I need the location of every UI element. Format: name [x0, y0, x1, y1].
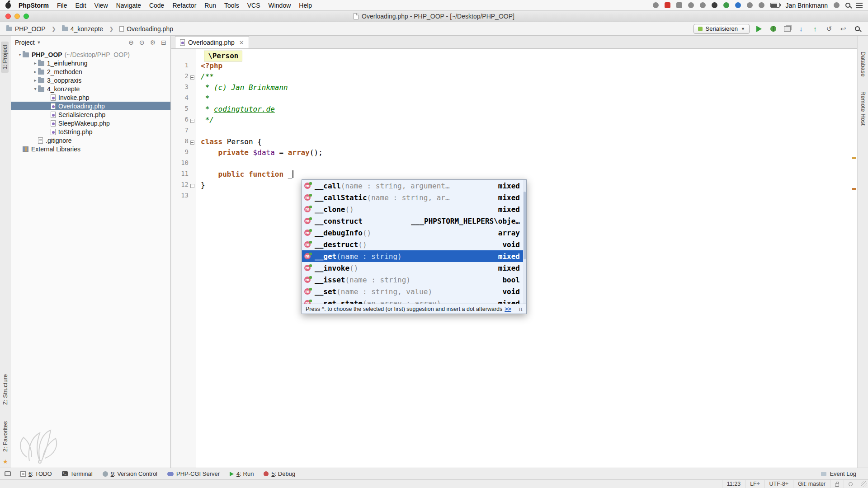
app-status-icon-3[interactable]: [712, 2, 717, 8]
toolwindow-switcher-icon[interactable]: [5, 471, 11, 476]
settings-gear-icon[interactable]: ⚙: [150, 39, 156, 46]
code-line[interactable]: *: [201, 94, 209, 105]
app-status-icon-1[interactable]: [688, 2, 694, 8]
bluetooth-icon[interactable]: [759, 2, 764, 8]
menu-tools[interactable]: Tools: [220, 2, 243, 9]
tree-item-php-oop[interactable]: ▾PHP_OOP(~/Desktop/PHP_OOP): [11, 50, 170, 59]
completion-item-destruct[interactable]: m__destruct()void: [302, 239, 526, 250]
close-tab-icon[interactable]: ✕: [239, 39, 244, 46]
completion-item-construct[interactable]: m__construct___PHPSTORM_HELPERS\obje…: [302, 215, 526, 227]
expand-arrow-icon[interactable]: ▾: [33, 86, 38, 91]
lock-widget[interactable]: [830, 480, 844, 488]
toolwindow-button-5-debug[interactable]: 5: Debug: [259, 468, 300, 479]
completion-item-invoke[interactable]: m__invoke()mixed: [302, 262, 526, 274]
menu-phpstorm[interactable]: PhpStorm: [14, 2, 53, 9]
app-status-icon-4[interactable]: [723, 2, 729, 8]
tree-item-external-libraries[interactable]: External Libraries: [11, 145, 170, 153]
tree-item-4-konzepte[interactable]: ▾4_konzepte: [11, 84, 170, 93]
breadcrumb-project[interactable]: PHP_OOP: [15, 25, 46, 33]
code-line[interactable]: * codingtutor.de: [201, 105, 275, 116]
completion-item-clone[interactable]: m__clone()mixed: [302, 203, 526, 215]
history-icon[interactable]: ↺: [825, 24, 834, 33]
menu-vcs[interactable]: VCS: [243, 2, 264, 9]
search-everywhere-icon[interactable]: [853, 24, 862, 33]
toolwindow-database-button[interactable]: Database: [860, 52, 867, 77]
menu-view[interactable]: View: [90, 2, 112, 9]
code-line[interactable]: }: [201, 181, 205, 192]
app-status-icon-5[interactable]: [735, 2, 741, 8]
battery-icon[interactable]: [770, 3, 780, 8]
tree-item-overloading-php[interactable]: Overloading.php: [11, 102, 170, 110]
code-line[interactable]: /**: [201, 72, 214, 83]
code-line[interactable]: */: [201, 116, 214, 127]
toolwindow-button-9-version-control[interactable]: 9: Version Control: [98, 468, 162, 479]
notification-icon[interactable]: [834, 2, 840, 8]
vcs-update-icon[interactable]: ↓: [797, 24, 806, 33]
tree-item-3-ooppraxis[interactable]: ▸3_ooppraxis: [11, 76, 170, 84]
fold-marker-icon[interactable]: [190, 119, 194, 123]
encoding-widget[interactable]: UTF-8÷: [764, 480, 793, 488]
undo-icon[interactable]: ↩: [839, 24, 848, 33]
maximize-window-button[interactable]: [24, 14, 29, 19]
toolwindow-button-4-run[interactable]: 4: Run: [225, 468, 259, 479]
hide-panel-icon[interactable]: ⊟: [161, 39, 166, 46]
popup-scrollbar[interactable]: [523, 180, 526, 304]
toolwindow-button-6-todo[interactable]: 6: TODO: [15, 468, 57, 479]
run-button[interactable]: [755, 24, 764, 33]
spotlight-search-icon[interactable]: [845, 3, 850, 8]
tree-item-2-methoden[interactable]: ▸2_methoden: [11, 67, 170, 76]
menu-refactor[interactable]: Refactor: [168, 2, 200, 9]
project-panel-title[interactable]: Project: [15, 39, 35, 46]
menu-code[interactable]: Code: [145, 2, 168, 9]
toolwindow-structure-button[interactable]: Z: Structure: [2, 374, 9, 405]
git-branch-widget[interactable]: Git: master: [793, 480, 830, 488]
tree-item--gitignore[interactable]: .gitignore: [11, 136, 170, 145]
apple-menu-icon[interactable]: [5, 2, 11, 9]
vcs-commit-icon[interactable]: ↑: [811, 24, 820, 33]
run-config-select[interactable]: Serialisieren ▼: [693, 24, 750, 34]
toolwindow-button-terminal[interactable]: Terminal: [57, 468, 98, 479]
app-status-icon-2[interactable]: [700, 2, 706, 8]
completion-item-debugInfo[interactable]: m__debugInfo()array: [302, 227, 526, 239]
screen-record-icon[interactable]: [665, 2, 670, 8]
menu-file[interactable]: File: [53, 2, 71, 9]
tree-item-tostring-php[interactable]: toString.php: [11, 127, 170, 136]
code-content[interactable]: <?php/** * (c) Jan Brinkmann * * codingt…: [196, 49, 857, 468]
completion-item-set[interactable]: m__set(name : string, value)void: [302, 286, 526, 297]
coverage-button[interactable]: [783, 24, 792, 33]
completion-item-isset[interactable]: m__isset(name : string)bool: [302, 274, 526, 286]
code-line[interactable]: <?php: [201, 61, 222, 72]
tree-item-1-einfuehrung[interactable]: ▸1_einfuehrung: [11, 59, 170, 67]
breadcrumb-file[interactable]: Overloading.php: [127, 25, 173, 33]
menu-edit[interactable]: Edit: [71, 2, 90, 9]
completion-item-call[interactable]: m__call(name : string, argument…mixed: [302, 180, 526, 192]
menu-run[interactable]: Run: [200, 2, 220, 9]
breadcrumb-folder[interactable]: 4_konzepte: [71, 25, 103, 33]
minimize-window-button[interactable]: [14, 14, 20, 19]
fold-marker-icon[interactable]: [190, 75, 194, 80]
completion-item-setstate[interactable]: m__set_state(an_array : array)mixed: [302, 297, 526, 304]
code-line[interactable]: * (c) Jan Brinkmann: [201, 83, 288, 94]
menu-window[interactable]: Window: [264, 2, 295, 9]
expand-arrow-icon[interactable]: ▾: [17, 52, 23, 57]
toolwindow-remotehost-button[interactable]: Remote Host: [860, 91, 867, 126]
menu-help[interactable]: Help: [295, 2, 316, 9]
fold-marker-icon[interactable]: [190, 184, 194, 188]
scroll-to-source-icon[interactable]: ⊙: [139, 39, 145, 46]
resize-grip[interactable]: [861, 481, 867, 487]
user-menu[interactable]: Jan Brinkmann: [786, 2, 828, 9]
debug-button[interactable]: [769, 24, 778, 33]
error-stripe-mark[interactable]: [852, 188, 856, 190]
tree-item-serialisieren-php[interactable]: Serialisieren.php: [11, 110, 170, 119]
completion-hint-link[interactable]: >>: [505, 306, 511, 312]
expand-arrow-icon[interactable]: ▸: [33, 69, 38, 74]
fold-marker-icon[interactable]: [190, 141, 194, 145]
editor-tab[interactable]: Overloading.php ✕: [175, 36, 249, 48]
line-separator-widget[interactable]: LF÷: [745, 480, 764, 488]
paw-icon[interactable]: [653, 2, 659, 8]
tree-item-sleepwakeup-php[interactable]: SleepWakeup.php: [11, 119, 170, 127]
tree-item-invoke-php[interactable]: Invoke.php: [11, 93, 170, 102]
code-line[interactable]: class Person {: [201, 137, 262, 148]
toolwindow-favorites-button[interactable]: 2: Favorites: [2, 421, 9, 452]
volume-icon[interactable]: [747, 2, 753, 8]
